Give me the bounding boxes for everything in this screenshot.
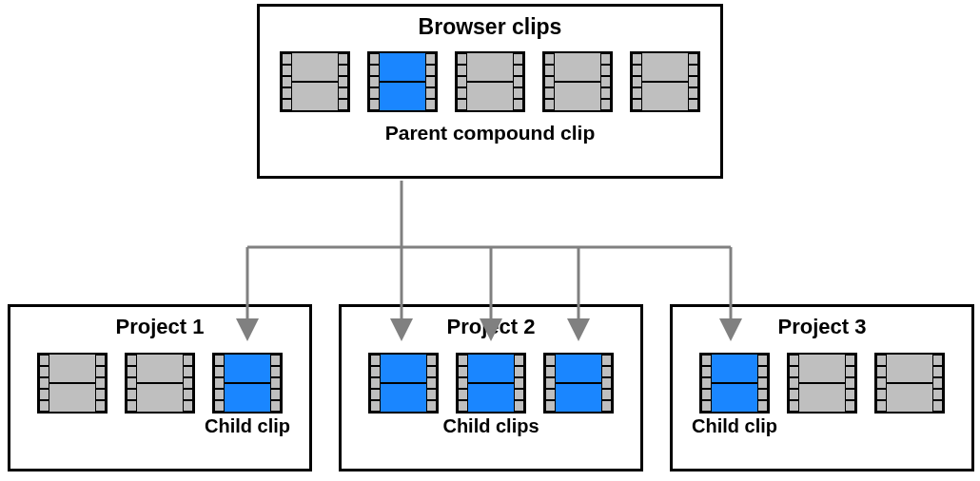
project-3-sub-label: Child clip xyxy=(673,414,971,437)
browser-sub-label: Parent compound clip xyxy=(260,120,720,144)
project-2-sub-label: Child clips xyxy=(342,414,640,437)
browser-clips-box: Browser clips Parent compound clip xyxy=(257,4,723,179)
project-1-sub-label: Child clip xyxy=(10,414,309,437)
project-1-box: Project 1 Child clip xyxy=(8,304,312,471)
filmstrip-clip-icon xyxy=(874,353,945,414)
browser-title: Browser clips xyxy=(260,7,720,40)
filmstrip-clip-icon xyxy=(455,51,525,112)
browser-clip-row xyxy=(260,51,720,112)
filmstrip-clip-icon xyxy=(630,51,700,112)
filmstrip-clip-icon xyxy=(456,353,526,414)
filmstrip-clip-icon xyxy=(37,353,108,414)
project-2-clip-row xyxy=(342,353,640,414)
filmstrip-clip-icon xyxy=(543,353,614,414)
filmstrip-clip-icon xyxy=(212,353,283,414)
filmstrip-clip-icon xyxy=(280,51,350,112)
filmstrip-clip-icon xyxy=(368,353,439,414)
project-2-title: Project 2 xyxy=(342,307,640,339)
filmstrip-clip-icon xyxy=(699,353,770,414)
filmstrip-clip-icon xyxy=(367,51,438,112)
project-3-title: Project 3 xyxy=(673,307,971,339)
project-1-clip-row xyxy=(10,353,309,414)
filmstrip-clip-icon xyxy=(787,353,857,414)
project-2-box: Project 2 Child clips xyxy=(339,304,643,471)
filmstrip-clip-icon xyxy=(125,353,195,414)
project-3-box: Project 3 Child clip xyxy=(670,304,974,471)
project-3-clip-row xyxy=(673,353,971,414)
project-1-title: Project 1 xyxy=(10,307,309,339)
filmstrip-clip-icon xyxy=(542,51,613,112)
